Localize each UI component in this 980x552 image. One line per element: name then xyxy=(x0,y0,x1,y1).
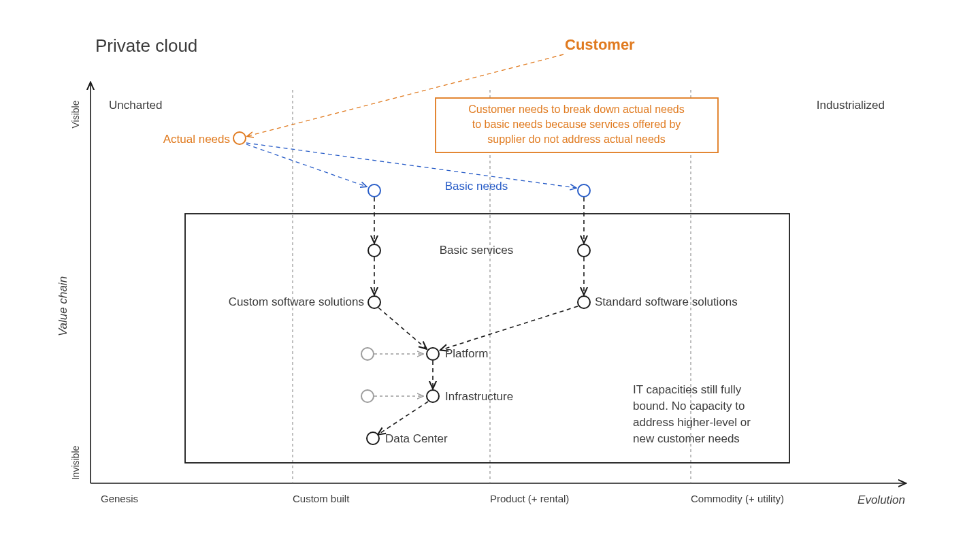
chart-title: Private cloud xyxy=(95,35,197,56)
node-standard-sw xyxy=(578,296,590,308)
svg-text:new customer needs: new customer needs xyxy=(633,432,740,445)
x-tick-custom: Custom built xyxy=(293,493,350,504)
wardley-map: Private cloud Value chain Evolution Visi… xyxy=(0,0,980,552)
node-infra-ghost xyxy=(361,390,374,402)
customer-anchor: Customer xyxy=(565,36,635,53)
node-platform-ghost xyxy=(361,348,374,360)
svg-text:IT capacities still fully: IT capacities still fully xyxy=(633,383,742,396)
node-basic-services-1 xyxy=(368,244,380,257)
y-axis-label: Value chain xyxy=(56,276,69,336)
label-basic-services: Basic services xyxy=(440,244,514,257)
svg-text:address higher-level or: address higher-level or xyxy=(633,416,751,429)
y-tick-invisible: Invisible xyxy=(70,446,81,481)
link-actual-basic1 xyxy=(246,144,366,186)
it-capacity-note: IT capacities still fully bound. No capa… xyxy=(633,383,751,445)
node-actual-needs: Actual needs xyxy=(163,132,246,146)
link-infra-dc xyxy=(378,402,428,434)
svg-text:Customer needs to break down a: Customer needs to break down actual need… xyxy=(468,103,685,115)
node-data-center xyxy=(367,432,379,444)
node-basic-needs-2 xyxy=(578,184,590,197)
label-custom-sw: Custom software solutions xyxy=(229,295,364,308)
node-basic-needs-1 xyxy=(368,184,380,197)
x-tick-genesis: Genesis xyxy=(101,493,138,504)
x-tick-product: Product (+ rental) xyxy=(490,493,569,504)
y-tick-visible: Visible xyxy=(70,100,81,128)
annotation-box: Customer needs to break down actual need… xyxy=(436,98,718,152)
x-tick-commodity: Commodity (+ utility) xyxy=(691,493,784,504)
node-infrastructure xyxy=(427,390,439,402)
node-custom-sw xyxy=(368,296,380,308)
svg-text:to basic needs because service: to basic needs because services offered … xyxy=(472,118,681,130)
label-infrastructure: Infrastructure xyxy=(445,390,513,403)
node-basic-services-2 xyxy=(578,244,590,257)
label-standard-sw: Standard software solutions xyxy=(595,295,738,308)
svg-point-9 xyxy=(233,132,246,144)
region-industrialized: Industrialized xyxy=(817,99,885,112)
link-ssw-platform xyxy=(441,306,578,350)
svg-text:supplier do not address actual: supplier do not address actual needs xyxy=(487,133,666,145)
region-uncharted: Uncharted xyxy=(109,99,162,112)
svg-text:bound. No capacity to: bound. No capacity to xyxy=(633,400,745,412)
x-axis-label: Evolution xyxy=(858,493,905,506)
label-platform: Platform xyxy=(445,347,488,360)
link-csw-platform xyxy=(378,308,426,348)
svg-text:Actual needs: Actual needs xyxy=(163,133,230,146)
label-basic-needs: Basic needs xyxy=(445,180,508,193)
node-platform xyxy=(427,348,439,360)
label-data-center: Data Center xyxy=(385,432,448,445)
